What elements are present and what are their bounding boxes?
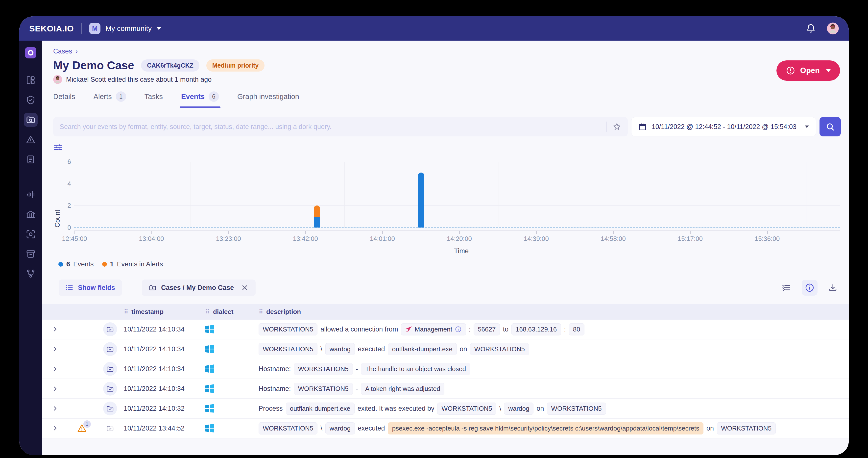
value-chip[interactable]: 80: [569, 323, 584, 336]
chevron-right-icon[interactable]: [52, 385, 59, 392]
highlighted-command-chip[interactable]: psexec.exe -accepteula -s reg save hklm\…: [388, 422, 704, 434]
value-chip[interactable]: WORKSTATION5: [547, 403, 606, 415]
filter-chip-label: Cases / My Demo Case: [161, 284, 234, 292]
event-row[interactable]: 10/11/2022 14:10:32Processoutflank-dumpe…: [42, 399, 849, 419]
value-chip[interactable]: WORKSTATION5: [258, 343, 317, 355]
info-toggle-button[interactable]: [802, 280, 817, 295]
folder-cell: [96, 362, 124, 376]
folder-plus-icon: [149, 284, 157, 292]
text-segment: :: [564, 325, 566, 333]
x-tick-mark: [305, 231, 306, 234]
value-chip[interactable]: WORKSTATION5: [717, 422, 776, 434]
value-chip[interactable]: 168.63.129.16: [512, 323, 561, 336]
tab-tasks[interactable]: Tasks: [145, 91, 163, 108]
x-tick-mark: [74, 231, 75, 234]
search-submit-button[interactable]: [819, 117, 841, 136]
date-range-picker[interactable]: 10/11/2022 @ 12:44:52 - 10/11/2022 @ 15:…: [631, 117, 816, 136]
column-header-timestamp[interactable]: ⠿timestamp: [124, 308, 205, 316]
column-header-dialect[interactable]: ⠿dialect: [205, 308, 258, 316]
event-row[interactable]: 10/11/2022 14:10:34Hostname:WORKSTATION5…: [42, 359, 849, 379]
case-folder-icon[interactable]: [103, 382, 117, 396]
sidebar-item-integrations[interactable]: [24, 267, 38, 281]
tab-details[interactable]: Details: [53, 91, 75, 108]
case-folder-icon[interactable]: [103, 322, 117, 336]
community-selector[interactable]: My community: [105, 25, 152, 33]
notifications-bell-icon[interactable]: [806, 23, 816, 34]
value-chip[interactable]: WORKSTATION5: [258, 422, 317, 434]
sidebar-item-telemetry[interactable]: [24, 188, 38, 202]
sidebar-item-storage[interactable]: [24, 247, 38, 261]
chart-bar[interactable]: [418, 173, 424, 228]
show-fields-button[interactable]: Show fields: [59, 280, 122, 296]
case-folder-icon[interactable]: [103, 362, 117, 376]
user-avatar[interactable]: [827, 23, 839, 34]
value-chip[interactable]: wardog: [504, 403, 533, 415]
value-chip[interactable]: WORKSTATION5: [294, 383, 353, 395]
info-icon[interactable]: [455, 326, 462, 333]
favorite-star-icon[interactable]: [612, 122, 621, 131]
value-chip[interactable]: 56627: [473, 323, 500, 336]
event-row[interactable]: 10/11/2022 14:10:34WORKSTATION5allowed a…: [42, 320, 849, 339]
value-chip[interactable]: wardog: [326, 343, 355, 355]
community-avatar[interactable]: M: [89, 23, 100, 34]
sekoia-logo[interactable]: [25, 47, 36, 58]
sidebar-item-organization[interactable]: [24, 207, 38, 221]
sidebar-item-alerts[interactable]: [24, 133, 38, 147]
tab-graph-investigation[interactable]: Graph investigation: [237, 91, 299, 108]
info-icon: [805, 283, 814, 292]
case-status-open-button[interactable]: Open: [776, 60, 840, 81]
chart-bar[interactable]: [314, 205, 320, 228]
event-row[interactable]: 10/11/2022 14:10:34WORKSTATION5\wardogex…: [42, 339, 849, 359]
search-input[interactable]: [60, 123, 601, 131]
text-segment: \: [320, 345, 322, 353]
sidebar-item-reports[interactable]: [24, 152, 38, 166]
value-chip[interactable]: outflank-dumpert.exe: [286, 403, 354, 415]
value-chip[interactable]: WORKSTATION5: [294, 363, 353, 375]
case-folder-icon[interactable]: [103, 342, 117, 356]
download-icon[interactable]: [825, 280, 841, 295]
chevron-right-icon[interactable]: [52, 405, 59, 412]
breadcrumb-cases-link[interactable]: Cases: [53, 48, 72, 55]
column-header-description[interactable]: ⠿description: [258, 308, 849, 316]
value-chip[interactable]: WORKSTATION5: [258, 323, 317, 336]
value-chip[interactable]: wardog: [326, 422, 355, 434]
event-row[interactable]: 10/11/2022 14:10:34Hostname:WORKSTATION5…: [42, 379, 849, 399]
sidebar-item-dashboard[interactable]: [24, 73, 38, 87]
column-checklist-icon[interactable]: [778, 280, 794, 295]
text-segment: :: [469, 325, 471, 333]
value-chip[interactable]: A token right was adjusted: [361, 383, 445, 395]
value-chip[interactable]: The handle to an object was closed: [361, 363, 470, 375]
drag-handle-icon[interactable]: ⠿: [124, 308, 128, 315]
case-filter-chip[interactable]: Cases / My Demo Case: [142, 280, 256, 296]
case-folder-icon[interactable]: [103, 402, 117, 416]
value-chip[interactable]: outflank-dumpert.exe: [388, 343, 457, 355]
chevron-right-icon[interactable]: [52, 326, 59, 333]
alert-warning-icon[interactable]: 1: [77, 423, 88, 433]
drag-handle-icon[interactable]: ⠿: [258, 308, 263, 315]
sidebar-item-hunting[interactable]: [24, 227, 38, 241]
event-row[interactable]: 110/11/2022 13:44:52WORKSTATION5\wardoge…: [42, 419, 849, 438]
case-folder-icon[interactable]: [106, 424, 114, 432]
sidebar-item-intelligence[interactable]: [24, 93, 38, 107]
x-tick-label: 13:23:00: [216, 235, 241, 242]
value-chip[interactable]: WORKSTATION5: [470, 343, 529, 355]
chevron-right-icon[interactable]: [52, 425, 59, 432]
management-asset-chip[interactable]: Management: [401, 323, 466, 336]
topbar-divider: [81, 23, 82, 34]
tab-events[interactable]: Events6: [181, 91, 219, 108]
drag-handle-icon[interactable]: ⠿: [205, 308, 210, 315]
zero-baseline: [74, 227, 840, 228]
date-range-value: 10/11/2022 @ 12:44:52 - 10/11/2022 @ 15:…: [652, 123, 797, 131]
folder-cell: [96, 342, 124, 356]
sidebar-item-events-active[interactable]: [24, 113, 38, 127]
legend-dot: [102, 262, 107, 267]
v-gridline: [806, 162, 806, 228]
chart-settings-sliders-icon[interactable]: [53, 142, 63, 152]
chevron-right-icon[interactable]: [52, 346, 59, 352]
value-chip[interactable]: WORKSTATION5: [437, 403, 496, 415]
windows-dialect-icon: [205, 384, 258, 393]
chevron-right-icon[interactable]: [52, 365, 59, 372]
chevron-down-icon[interactable]: [157, 27, 161, 30]
text-segment: on: [460, 345, 467, 353]
tab-alerts[interactable]: Alerts1: [94, 91, 126, 108]
